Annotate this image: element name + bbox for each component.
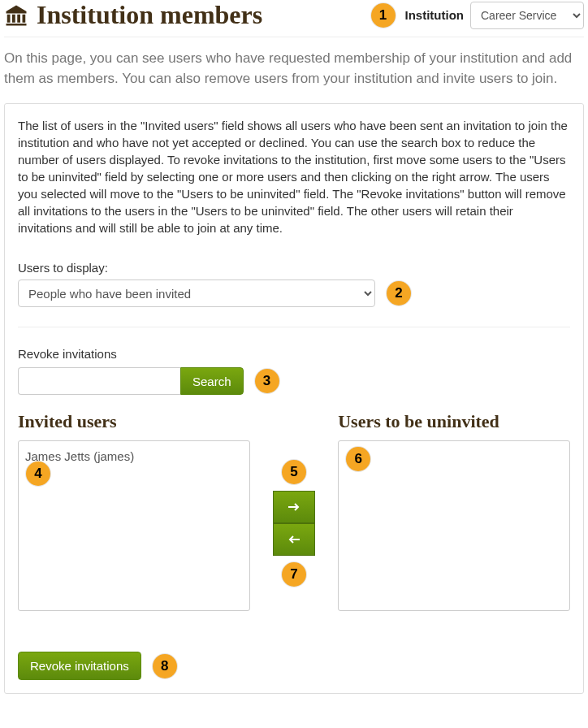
revoke-heading: Revoke invitations bbox=[18, 347, 570, 361]
move-right-button[interactable] bbox=[273, 491, 315, 523]
arrow-right-icon bbox=[287, 499, 301, 516]
annotation-1: 1 bbox=[371, 3, 396, 28]
help-text: The list of users in the "Invited users"… bbox=[18, 117, 570, 236]
annotation-5: 5 bbox=[282, 460, 306, 484]
page-intro: On this page, you can see users who have… bbox=[4, 49, 584, 89]
arrow-left-icon bbox=[287, 531, 301, 548]
svg-rect-4 bbox=[6, 24, 27, 26]
search-button[interactable]: Search bbox=[180, 367, 244, 395]
page-header: Institution members 1 Institution Career… bbox=[4, 0, 584, 37]
annotation-7: 7 bbox=[282, 562, 306, 587]
svg-rect-0 bbox=[7, 14, 11, 22]
invited-users-heading: Invited users bbox=[18, 411, 250, 432]
divider bbox=[18, 327, 570, 327]
svg-rect-2 bbox=[17, 14, 20, 22]
search-input[interactable] bbox=[18, 367, 180, 395]
annotation-2: 2 bbox=[387, 281, 411, 306]
institution-label: Institution bbox=[405, 8, 464, 22]
uninvite-users-listbox[interactable] bbox=[338, 440, 570, 611]
move-left-button[interactable] bbox=[273, 523, 315, 556]
invited-users-listbox[interactable]: James Jetts (james) bbox=[18, 440, 250, 611]
revoke-invitations-button[interactable]: Revoke invitations bbox=[18, 652, 141, 680]
users-to-display-label: Users to display: bbox=[18, 261, 570, 275]
annotation-8: 8 bbox=[153, 654, 177, 678]
institution-icon bbox=[4, 3, 28, 28]
institution-select[interactable]: Career Service bbox=[470, 2, 584, 29]
main-panel: The list of users in the "Invited users"… bbox=[4, 103, 584, 694]
list-item[interactable]: James Jetts (james) bbox=[25, 448, 243, 465]
users-to-display-select[interactable]: People who have been invited bbox=[18, 280, 375, 307]
svg-rect-1 bbox=[12, 14, 15, 22]
page-title: Institution members bbox=[37, 0, 262, 30]
uninvite-users-heading: Users to be uninvited bbox=[338, 411, 570, 432]
svg-rect-3 bbox=[23, 14, 26, 22]
annotation-3: 3 bbox=[255, 369, 279, 393]
